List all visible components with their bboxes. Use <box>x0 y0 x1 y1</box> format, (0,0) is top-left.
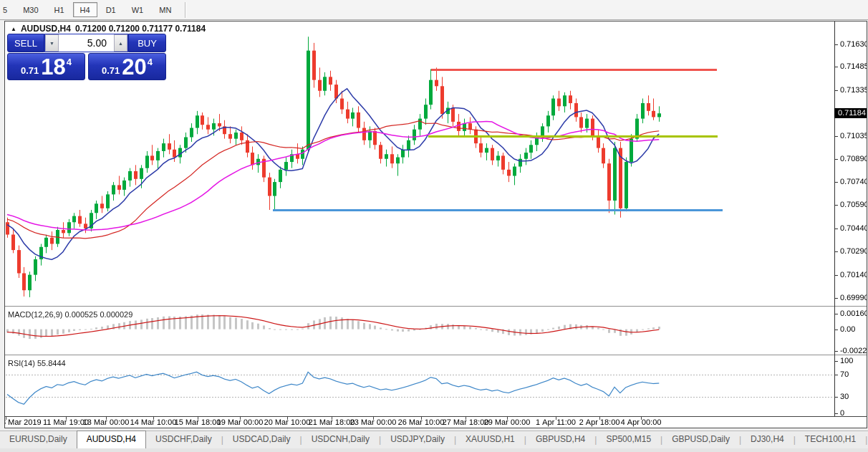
macd-indicator-label: MACD(12,26,9) 0.000525 0.000029 <box>8 310 132 319</box>
sell-price-sup: 4 <box>67 57 72 67</box>
sell-price-small: 0.71 <box>21 65 39 76</box>
rsi-indicator-label: RSI(14) 55.8444 <box>8 359 66 367</box>
chart-tab-usdjpy-daily[interactable]: USDJPY,Daily <box>381 431 454 448</box>
timeframe-button-h1[interactable]: H1 <box>47 2 72 17</box>
timeframe-button-m30[interactable]: M30 <box>16 2 45 17</box>
timeframe-button-w1[interactable]: W1 <box>125 2 151 17</box>
volume-spinner: ▼ ▲ <box>44 34 128 52</box>
chart-tab-tech100-h1[interactable]: TECH100,H1 <box>796 431 865 448</box>
buy-price-sup: 4 <box>148 57 153 67</box>
chart-symbol-label: AUDUSD,H4 <box>21 24 71 34</box>
chart-tabbar: EURUSD,DailyAUDUSD,H4USDCHF,Daily|USDCAD… <box>0 431 868 448</box>
sell-price-display[interactable]: 0.71 18 4 <box>7 53 85 80</box>
timeframe-button-mn[interactable]: MN <box>152 2 178 17</box>
timeframe-toolbar: 5M30H1H4D1W1MN <box>0 0 868 20</box>
chart-tab-gbpusd-daily[interactable]: GBPUSD,Daily <box>662 431 739 448</box>
sell-button[interactable]: SELL <box>7 34 44 52</box>
chart-ohlc-values: 0.71200 0.71200 0.71177 0.71184 <box>75 24 206 34</box>
chart-tab-eurusd-daily[interactable]: EURUSD,Daily <box>0 431 77 448</box>
volume-decrease-button[interactable]: ▼ <box>45 34 59 52</box>
one-click-trading-panel: SELL ▼ ▲ BUY 0.71 18 4 0.71 20 4 <box>7 34 166 80</box>
chart-tab-xauusd-h1[interactable]: XAUUSD,H1 <box>456 431 524 448</box>
window-bottom-edge <box>0 448 868 452</box>
price-chart-canvas[interactable] <box>5 21 867 428</box>
chart-tab-usdchf-daily[interactable]: USDCHF,Daily <box>146 431 221 448</box>
buy-price-display[interactable]: 0.71 20 4 <box>88 53 166 80</box>
toolbar-separator <box>185 2 186 18</box>
buy-price-small: 0.71 <box>102 65 120 76</box>
chart-tab-dj30-h4[interactable]: DJ30,H4 <box>741 431 794 448</box>
sell-price-big: 18 <box>41 56 65 78</box>
chart-symbol-header: ▲ AUDUSD,H4 0.71200 0.71200 0.71177 0.71… <box>11 24 206 34</box>
buy-price-big: 20 <box>122 56 146 78</box>
terminal-window: 5M30H1H4D1W1MN ▲ AUDUSD,H4 0.71200 0.712… <box>0 0 868 452</box>
chart-tab-gbpusd-h4[interactable]: GBPUSD,H4 <box>526 431 594 448</box>
timeframe-button-h4[interactable]: H4 <box>73 2 97 17</box>
chart-tab-usdcad-daily[interactable]: USDCAD,Daily <box>223 431 300 448</box>
chart-tab-audusd-h4[interactable]: AUDUSD,H4 <box>77 431 146 448</box>
volume-input[interactable] <box>59 34 114 52</box>
chart-window: ▲ AUDUSD,H4 0.71200 0.71200 0.71177 0.71… <box>4 21 867 428</box>
collapse-triangle-icon[interactable]: ▲ <box>11 26 16 32</box>
buy-button[interactable]: BUY <box>128 34 166 52</box>
chart-tab-sp500-m15[interactable]: SP500,M15 <box>597 431 660 448</box>
timeframe-button-d1[interactable]: D1 <box>99 2 123 17</box>
volume-increase-button[interactable]: ▲ <box>114 34 127 52</box>
timeframe-button-5[interactable]: 5 <box>0 2 14 17</box>
chart-tab-usdcnh-daily[interactable]: USDCNH,Daily <box>302 431 379 448</box>
